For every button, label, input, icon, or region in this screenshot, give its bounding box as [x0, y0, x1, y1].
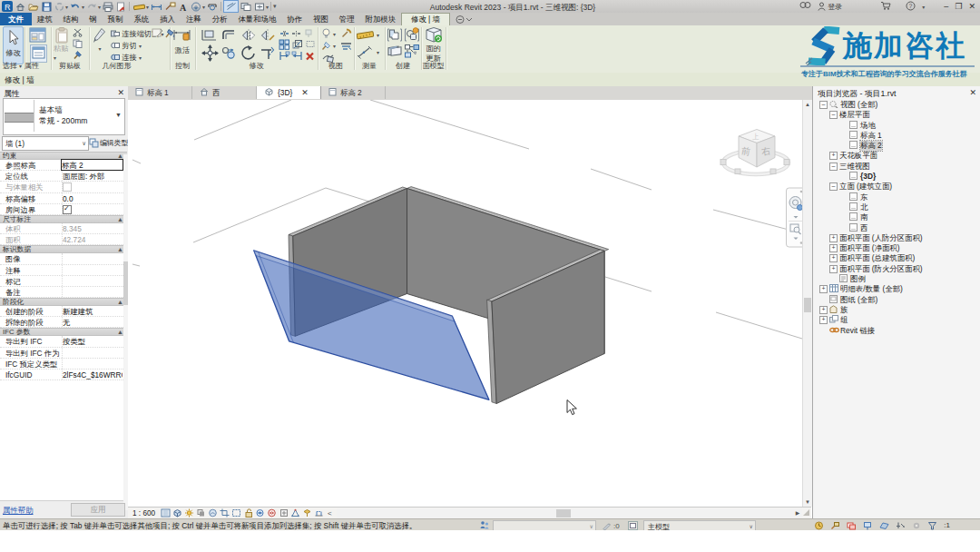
ribbon-tab-3[interactable]: 钢: [83, 13, 102, 25]
tree-expand-icon[interactable]: +: [829, 244, 838, 252]
tree-expand-icon[interactable]: –: [819, 101, 828, 109]
tree-item-南[interactable]: 南: [813, 212, 980, 222]
switch-windows-icon[interactable]: [252, 1, 266, 12]
h-scrollbar-thumb[interactable]: [556, 509, 571, 518]
tree-item-西[interactable]: 西: [813, 222, 980, 232]
viewport-horizontal-scrollbar[interactable]: ▶: [337, 508, 802, 518]
ribbon-tab-4[interactable]: 预制: [103, 13, 129, 25]
create-assembly-icon[interactable]: [404, 27, 420, 44]
property-row[interactable]: 拆除的阶段无: [0, 317, 127, 328]
tree-expand-icon[interactable]: +: [829, 254, 838, 262]
tree-item-北[interactable]: 北: [813, 202, 980, 212]
tree-expand-icon[interactable]: –: [829, 182, 838, 191]
tree-item-组[interactable]: +组: [813, 314, 980, 324]
section-header[interactable]: IFC 参数▲: [0, 328, 127, 336]
ribbon-tab-8[interactable]: 分析: [207, 13, 233, 25]
ribbon-tab-file[interactable]: 文件: [0, 13, 32, 25]
select-underlay-icon[interactable]: [847, 521, 857, 530]
tree-item-面积平面人防分区面积[interactable]: +面积平面 (人防分区面积): [813, 232, 980, 242]
undo-icon[interactable]: [68, 1, 82, 12]
temp-view-props-icon[interactable]: [279, 508, 289, 518]
thin-lines-icon[interactable]: [223, 0, 239, 13]
vcb-collapse-icon[interactable]: <: [328, 509, 332, 518]
visual-style-icon[interactable]: [172, 508, 182, 518]
tree-item-标高2[interactable]: 标高 2: [813, 140, 980, 150]
property-row[interactable]: 导出到 IFC按类型: [0, 336, 127, 347]
panel-label-measure[interactable]: 测量: [354, 61, 385, 71]
measure-line-icon[interactable]: [357, 45, 373, 61]
editing-requests-icon[interactable]: [603, 521, 612, 530]
ribbon-tab-1[interactable]: 建筑: [32, 13, 58, 25]
tree-item-场地[interactable]: 场地: [813, 120, 980, 130]
property-row[interactable]: 面积42.724: [0, 234, 127, 245]
login-label[interactable]: 登录: [828, 2, 842, 12]
update-to-face-button[interactable]: 面的 更新: [424, 26, 443, 64]
tree-item-视图全部[interactable]: –视图 (全部): [813, 99, 980, 109]
mirror-draw-icon[interactable]: [260, 28, 275, 44]
select-pinned-icon[interactable]: [863, 521, 873, 530]
pin-icon[interactable]: [304, 29, 313, 39]
tree-item-面积平面净面积[interactable]: +面积平面 (净面积): [813, 242, 980, 252]
tree-expand-icon[interactable]: +: [819, 285, 828, 293]
create-group-icon[interactable]: [387, 44, 403, 60]
tree-item-label[interactable]: {3D}: [860, 172, 876, 181]
tree-item-楼层平面[interactable]: –楼层平面: [813, 109, 980, 119]
navigation-bar[interactable]: [787, 188, 803, 247]
cut-icon[interactable]: [73, 28, 83, 39]
minimize-button[interactable]: –: [941, 2, 951, 11]
measure-dropdown2-icon[interactable]: ▾: [377, 49, 379, 55]
analytical-model-icon[interactable]: [290, 508, 300, 518]
apply-button[interactable]: 应用: [71, 503, 125, 517]
section-header[interactable]: 标识数据▲: [0, 245, 127, 253]
tree-expand-icon[interactable]: +: [829, 265, 838, 273]
split-icon[interactable]: [279, 30, 289, 39]
property-row[interactable]: 注释: [0, 265, 127, 276]
reveal-hidden-icon[interactable]: [267, 508, 277, 518]
ribbon-tab-12[interactable]: 管理: [334, 13, 360, 25]
panel-label-properties[interactable]: 属性: [13, 61, 51, 71]
filter-icon[interactable]: [927, 521, 937, 530]
tree-item-东[interactable]: 东: [813, 192, 980, 202]
property-row[interactable]: 体积8.345: [0, 223, 127, 234]
ribbon-tab-11[interactable]: 视图: [308, 13, 334, 25]
view-scale[interactable]: 1 : 600: [132, 509, 155, 518]
windows-dropdown-icon[interactable]: ▾: [266, 4, 269, 10]
hide-dropdown-icon[interactable]: ▾: [333, 31, 336, 37]
tree-item-三维视图[interactable]: –三维视图: [813, 161, 980, 171]
ruler-icon[interactable]: [357, 29, 375, 43]
copy-icon[interactable]: [73, 39, 83, 50]
worksharing-icon[interactable]: [479, 520, 490, 530]
tree-expand-icon[interactable]: +: [819, 316, 828, 324]
rotate-icon[interactable]: [240, 44, 257, 63]
tree-expand-icon[interactable]: –: [829, 163, 838, 171]
section-header[interactable]: 约束▲: [0, 152, 127, 160]
element-filter-combo[interactable]: 墙 (1)∨: [2, 136, 89, 151]
help-icon[interactable]: ?: [906, 1, 916, 13]
unlocked-view-icon[interactable]: [243, 508, 253, 518]
checkbox-disabled[interactable]: [63, 182, 72, 192]
panel-label-view[interactable]: 视图: [318, 61, 354, 71]
edit-type-button[interactable]: 编辑类型: [89, 136, 129, 150]
view-tab-close-icon[interactable]: ✕: [301, 88, 309, 97]
tree-item-图纸全部[interactable]: 图纸 (全部): [813, 294, 980, 304]
search-icon[interactable]: [799, 1, 811, 12]
tree-item-明细表数量全部[interactable]: +明细表/数量 (全部): [813, 283, 980, 293]
render-icon[interactable]: [208, 508, 218, 518]
tree-item-天花板平面[interactable]: +天花板平面: [813, 150, 980, 160]
view-tab-1[interactable]: 标高 1: [128, 86, 192, 99]
export-pdf-icon[interactable]: [114, 1, 127, 12]
ribbon-tab-9[interactable]: 体量和场地: [232, 13, 281, 25]
hide-bulb-icon[interactable]: [321, 28, 331, 41]
qat-customize-icon[interactable]: ▾: [273, 3, 277, 10]
tree-item-图例[interactable]: 图例: [813, 273, 980, 283]
gear-icon[interactable]: [912, 521, 921, 530]
select-links-icon[interactable]: [830, 521, 840, 530]
measure-icon[interactable]: [132, 1, 146, 12]
property-row[interactable]: IfcGUID2lFs4C_$16WRRC...: [0, 370, 127, 380]
split-face-icon[interactable]: [152, 28, 163, 40]
type-properties-icon[interactable]: [30, 44, 47, 63]
select-by-face-icon[interactable]: [879, 521, 889, 530]
temp-hide-icon[interactable]: [255, 508, 265, 518]
properties-palette-icon[interactable]: [29, 27, 46, 44]
create-similar-icon[interactable]: [404, 44, 420, 60]
